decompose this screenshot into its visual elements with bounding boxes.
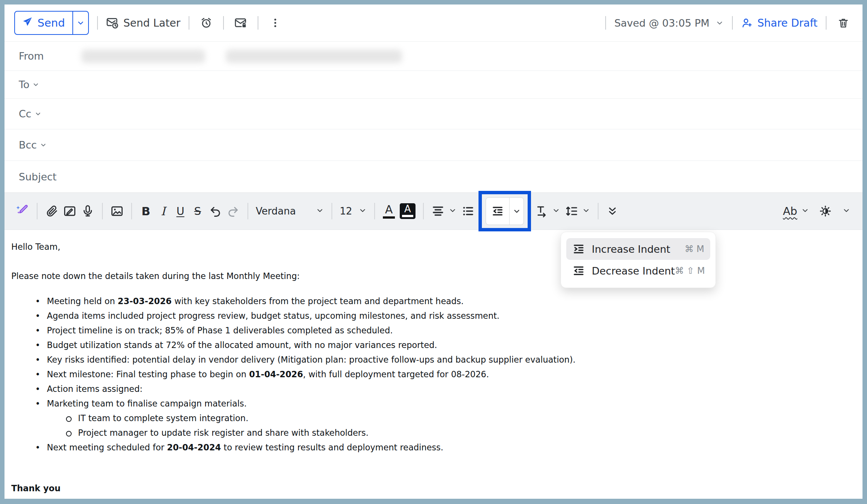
chevron-down-icon bbox=[801, 206, 809, 216]
send-icon bbox=[22, 16, 33, 30]
secure-mail-button[interactable] bbox=[232, 11, 249, 35]
strikethrough-button[interactable]: S bbox=[189, 199, 206, 223]
saved-versions-dropdown[interactable] bbox=[716, 19, 724, 27]
insert-image-button[interactable] bbox=[108, 199, 126, 223]
text-direction-button[interactable] bbox=[532, 199, 562, 223]
formatting-toolbar: B I U S Verdana 12 bbox=[4, 192, 862, 230]
compose-window: Send Send Later bbox=[4, 4, 862, 499]
redo-button[interactable] bbox=[224, 199, 242, 223]
menu-item-increase-indent[interactable]: Increase Indent ⌘ M bbox=[566, 238, 710, 260]
bcc-field[interactable]: Bcc bbox=[4, 129, 862, 160]
ai-sparkle-pen-icon bbox=[15, 204, 29, 218]
share-draft-button[interactable]: Share Draft bbox=[741, 17, 818, 29]
text-direction-icon bbox=[535, 204, 548, 218]
send-button-label: Send bbox=[38, 16, 65, 29]
message-body-editor[interactable]: Hello Team, Please note down the details… bbox=[4, 230, 862, 499]
menu-item-shortcut: ⌘ ⇧ M bbox=[675, 266, 705, 276]
strikethrough-icon: S bbox=[194, 205, 201, 218]
bullet-item: Key risks identified: potential delay in… bbox=[11, 352, 851, 367]
font-size-value: 12 bbox=[340, 206, 355, 217]
menu-item-shortcut: ⌘ M bbox=[685, 244, 704, 254]
chevron-down-icon bbox=[316, 206, 324, 216]
bullet-item: Meeting held on 23-03-2026 with key stak… bbox=[11, 294, 851, 309]
font-size-select[interactable]: 12 bbox=[338, 199, 369, 223]
trash-icon bbox=[837, 17, 849, 29]
underline-icon: U bbox=[176, 205, 184, 218]
send-later-label: Send Later bbox=[123, 17, 180, 29]
line-spacing-button[interactable] bbox=[562, 199, 592, 223]
underline-button[interactable]: U bbox=[172, 199, 189, 223]
divider bbox=[732, 16, 733, 30]
send-options-dropdown[interactable] bbox=[72, 12, 88, 34]
bullet-item: Agenda items included project progress r… bbox=[11, 309, 851, 323]
microphone-icon bbox=[81, 204, 94, 218]
divider bbox=[258, 16, 258, 30]
divider bbox=[102, 203, 103, 219]
sender-email-redacted bbox=[226, 50, 402, 63]
highlight-color-button[interactable]: A bbox=[398, 199, 418, 223]
font-family-select[interactable]: Verdana bbox=[254, 199, 326, 223]
chevron-down-icon bbox=[582, 206, 590, 216]
redo-icon bbox=[226, 204, 240, 218]
to-label: To bbox=[19, 79, 29, 90]
bullet-item: Project timeline is on track; 85% of Pha… bbox=[11, 323, 851, 338]
cc-dropdown-icon[interactable] bbox=[34, 110, 42, 117]
text-color-icon: A bbox=[383, 204, 395, 219]
chevron-down-icon bbox=[448, 206, 457, 216]
divider bbox=[826, 16, 826, 30]
double-chevron-down-icon bbox=[607, 206, 618, 217]
divider bbox=[131, 203, 132, 219]
compose-action-bar: Send Send Later bbox=[4, 4, 862, 41]
spellcheck-icon: Ab bbox=[783, 205, 797, 218]
send-button[interactable]: Send bbox=[14, 11, 89, 35]
divider bbox=[189, 16, 189, 30]
bold-icon: B bbox=[141, 204, 150, 218]
subject-label: Subject bbox=[19, 171, 57, 183]
italic-button[interactable]: I bbox=[154, 199, 172, 223]
insert-signature-button[interactable] bbox=[61, 199, 79, 223]
line-spacing-icon bbox=[565, 204, 578, 218]
to-field[interactable]: To bbox=[4, 70, 862, 98]
chevron-down-icon bbox=[552, 206, 560, 216]
indent-options-dropdown[interactable] bbox=[509, 198, 524, 225]
text-color-button[interactable]: A bbox=[380, 199, 398, 223]
bullet-list-button[interactable] bbox=[459, 199, 477, 223]
chevron-down-icon bbox=[842, 206, 850, 216]
subject-field[interactable]: Subject bbox=[4, 160, 862, 192]
bullet-item: Next milestone: Final testing phase to b… bbox=[11, 367, 851, 382]
voice-input-button[interactable] bbox=[79, 199, 97, 223]
alignment-button[interactable] bbox=[429, 199, 459, 223]
decrease-indent-icon[interactable] bbox=[486, 198, 509, 225]
undo-button[interactable] bbox=[206, 199, 224, 223]
intro-line: Please note down the details taken durin… bbox=[11, 269, 851, 284]
divider bbox=[598, 203, 598, 219]
spellcheck-button[interactable]: Ab bbox=[781, 199, 812, 223]
from-field[interactable]: From bbox=[4, 41, 862, 70]
bullet-item: Project manager to update risk register … bbox=[11, 426, 851, 440]
bold-button[interactable]: B bbox=[137, 199, 154, 223]
bullet-item: Budget utilization stands at 72% of the … bbox=[11, 338, 851, 352]
more-options-button[interactable] bbox=[267, 11, 284, 35]
dark-mode-button[interactable] bbox=[817, 199, 853, 223]
attach-file-button[interactable] bbox=[43, 199, 61, 223]
alarm-clock-icon bbox=[200, 16, 213, 29]
to-dropdown-icon[interactable] bbox=[32, 81, 39, 88]
highlight-color-icon: A bbox=[400, 203, 416, 219]
ai-assist-button[interactable] bbox=[13, 199, 32, 223]
discard-draft-button[interactable] bbox=[835, 11, 852, 35]
reminder-button[interactable] bbox=[198, 11, 215, 35]
cc-field[interactable]: Cc bbox=[4, 98, 862, 129]
divider bbox=[605, 16, 606, 30]
send-later-button[interactable]: Send Later bbox=[106, 16, 180, 29]
divider bbox=[223, 16, 224, 30]
italic-icon: I bbox=[161, 204, 165, 218]
bullet-item: IT team to complete system integration. bbox=[11, 411, 851, 426]
share-draft-icon bbox=[741, 17, 753, 29]
bcc-dropdown-icon[interactable] bbox=[40, 141, 47, 148]
contrast-sun-icon bbox=[819, 205, 832, 218]
bullet-list-icon bbox=[461, 204, 475, 218]
indent-split-button[interactable] bbox=[486, 197, 524, 225]
more-formatting-button[interactable] bbox=[604, 199, 621, 223]
menu-item-decrease-indent[interactable]: Decrease Indent ⌘ ⇧ M bbox=[566, 260, 710, 282]
sender-name-redacted bbox=[81, 50, 205, 63]
